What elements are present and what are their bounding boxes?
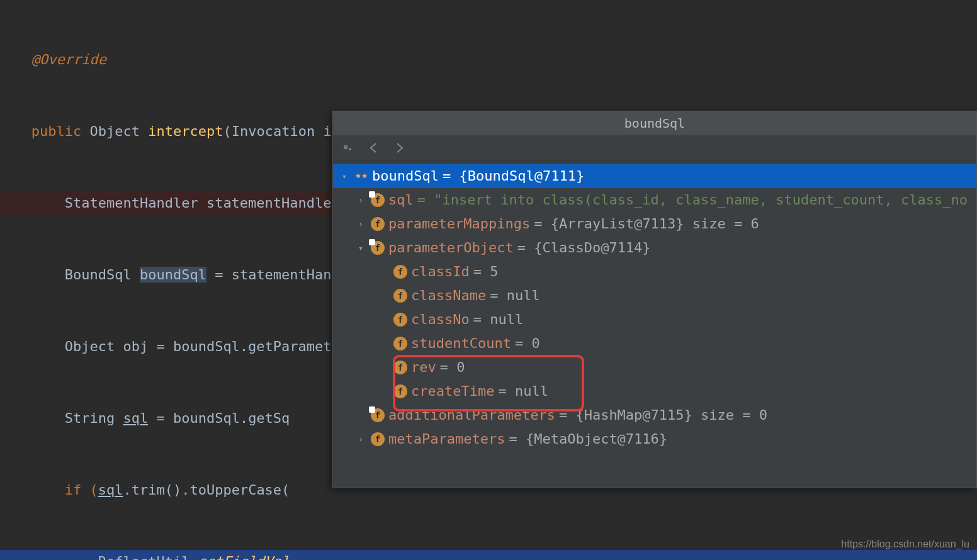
tree-row[interactable]: › f className = null [333,284,976,308]
svg-rect-1 [349,148,351,150]
field-icon: f [393,265,407,279]
chevron-right-icon[interactable]: › [354,427,367,451]
watch-icon: 👓 [354,164,368,188]
nav-forward-icon[interactable] [392,141,406,155]
watermark: https://blog.csdn.net/xuan_lu [841,532,969,556]
tree-root[interactable]: ▾ 👓 boundSql = {BoundSql@7111} [333,164,976,188]
svg-rect-0 [344,145,347,149]
breakpoint-icon[interactable] [342,141,356,155]
field-icon: f [393,289,407,303]
tree-row[interactable]: › f sql = "insert into class(class_id, c… [333,188,976,212]
code-line-current: ReflectUtil.setFieldVal [0,550,977,560]
chevron-right-icon[interactable]: › [354,188,367,212]
nav-back-icon[interactable] [367,141,381,155]
tree-row[interactable]: › f metaParameters = {MetaObject@7116} [333,427,976,451]
annotation: @Override [31,52,106,67]
debug-variables-popup[interactable]: boundSql ▾ 👓 boundSql = {BoundSql@7111} … [332,111,977,488]
tree-row[interactable]: › f classNo = null [333,308,976,332]
code-line: @Override [0,48,977,72]
debug-title: boundSql [333,111,976,135]
field-icon: f [371,432,385,446]
chevron-down-icon[interactable]: ▾ [354,236,367,260]
tree-row[interactable]: ▾ f parameterObject = {ClassDo@7114} [333,236,976,260]
field-icon: f [371,193,385,207]
highlight-annotation [393,355,584,412]
tree-row[interactable]: › f parameterMappings = {ArrayList@7113}… [333,212,976,236]
debug-toolbar [333,135,976,160]
tree-row[interactable]: › f classId = 5 [333,260,976,284]
field-icon: f [371,217,385,231]
field-icon: f [393,337,407,350]
chevron-down-icon[interactable]: ▾ [338,164,351,188]
tree-row[interactable]: › f studentCount = 0 [333,332,976,356]
field-icon: f [371,408,385,422]
field-icon: f [371,241,385,255]
chevron-right-icon[interactable]: › [354,212,367,236]
field-icon: f [393,313,407,327]
